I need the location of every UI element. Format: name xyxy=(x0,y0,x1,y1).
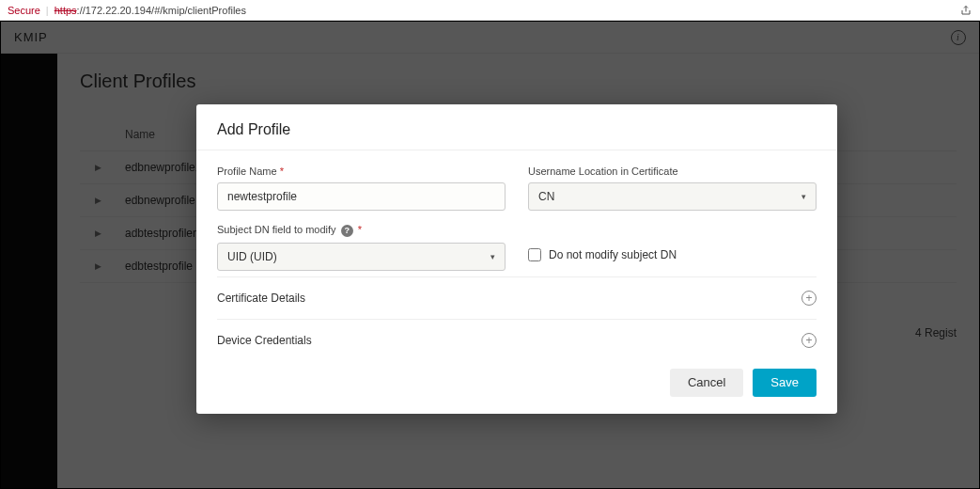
url-protocol: https xyxy=(54,5,77,16)
url-rest: ://172.22.20.194/#/kmip/clientProfiles xyxy=(77,5,246,16)
chevron-down-icon: ▾ xyxy=(490,252,495,261)
plus-icon[interactable]: + xyxy=(801,333,817,348)
subject-dn-field: Subject DN field to modify ? * UID (UID)… xyxy=(217,224,506,271)
username-location-field: Username Location in Certificate CN ▾ xyxy=(528,166,817,211)
divider xyxy=(196,150,837,150)
chevron-down-icon: ▾ xyxy=(801,192,806,201)
modal-title: Add Profile xyxy=(217,121,817,138)
profile-name-label: Profile Name * xyxy=(217,166,506,177)
certificate-details-label: Certificate Details xyxy=(217,292,305,305)
browser-address-bar: Secure | https://172.22.20.194/#/kmip/cl… xyxy=(0,0,980,21)
add-profile-modal: Add Profile Profile Name * newtestprofil… xyxy=(196,104,837,414)
certificate-details-row[interactable]: Certificate Details + xyxy=(217,276,817,319)
do-not-modify-label: Do not modify subject DN xyxy=(549,248,677,261)
username-location-label: Username Location in Certificate xyxy=(528,166,817,177)
subject-dn-select[interactable]: UID (UID) ▾ xyxy=(217,243,506,271)
do-not-modify-row[interactable]: Do not modify subject DN xyxy=(528,241,817,269)
profile-name-input[interactable]: newtestprofile xyxy=(217,182,506,211)
username-location-select[interactable]: CN ▾ xyxy=(528,182,817,211)
plus-icon[interactable]: + xyxy=(801,291,817,306)
help-icon[interactable]: ? xyxy=(341,225,353,237)
share-icon[interactable] xyxy=(959,4,972,17)
cancel-button[interactable]: Cancel xyxy=(670,369,743,397)
do-not-modify-checkbox[interactable] xyxy=(528,248,541,261)
device-credentials-label: Device Credentials xyxy=(217,334,312,347)
url-divider: | xyxy=(46,5,49,16)
save-button[interactable]: Save xyxy=(753,369,817,397)
secure-label: Secure xyxy=(8,5,40,16)
device-credentials-row[interactable]: Device Credentials + xyxy=(217,319,817,361)
url[interactable]: https://172.22.20.194/#/kmip/clientProfi… xyxy=(54,5,246,16)
profile-name-field: Profile Name * newtestprofile xyxy=(217,166,506,211)
subject-dn-label: Subject DN field to modify ? * xyxy=(217,224,506,237)
modal-overlay: Add Profile Profile Name * newtestprofil… xyxy=(1,22,979,488)
